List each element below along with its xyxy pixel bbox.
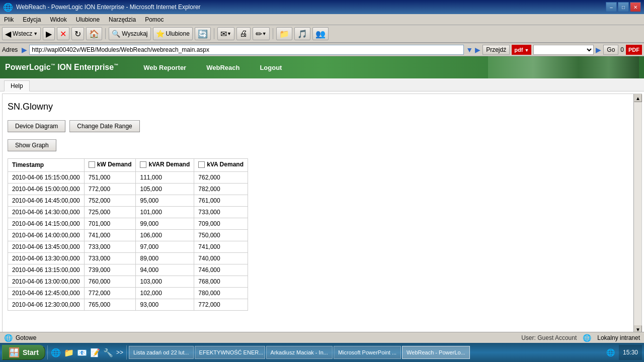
minimize-button[interactable]: – <box>606 2 617 12</box>
kvar-checkbox[interactable] <box>140 161 146 168</box>
media-button[interactable]: 🎵 <box>294 27 310 40</box>
mail-button[interactable]: ✉ ▼ <box>217 27 234 40</box>
refresh2-button[interactable]: 🔄 <box>195 27 211 40</box>
table-row: 2010-04-06 13:00:00,000760,000103,000768… <box>8 276 248 287</box>
forward-button[interactable]: ▶ <box>43 27 55 40</box>
stop-button[interactable]: ✕ <box>57 27 69 40</box>
pdf-page-button[interactable]: PDF <box>626 45 642 55</box>
table-cell: 725,000 <box>84 206 136 218</box>
edit-icon: ✏ <box>256 29 262 39</box>
header-image-area <box>488 56 639 78</box>
table-cell: 101,000 <box>136 206 194 218</box>
address-input[interactable] <box>29 45 464 55</box>
right-scrollbar[interactable]: ▲ ▼ <box>633 94 641 333</box>
pdf-dropdown-button[interactable]: pdf ▼ <box>512 45 531 55</box>
show-graph-button[interactable]: Show Graph <box>8 139 56 151</box>
table-cell: 93,000 <box>136 299 194 310</box>
title-bar-left: 🌐 WebReach - PowerLogic ION Enterprise -… <box>3 3 201 12</box>
kw-checkbox[interactable] <box>89 161 95 168</box>
print-button[interactable]: 🖨 <box>236 27 251 40</box>
table-cell: 2010-04-06 12:45:00,000 <box>8 287 85 299</box>
user-info: User: Guest Account <box>521 334 577 336</box>
ie-app-icon: 🌐 <box>3 3 13 12</box>
title-bar-controls: – □ ✕ <box>606 2 641 12</box>
intranet-text: Lokalny intranet <box>597 334 640 336</box>
table-cell: 97,000 <box>136 241 194 252</box>
toolbar-separator-1 <box>105 28 106 39</box>
maximize-button[interactable]: □ <box>618 2 629 12</box>
table-cell: 740,000 <box>194 252 248 264</box>
address-dropdown-arrow[interactable]: ▼ <box>466 46 473 54</box>
device-diagram-button[interactable]: Device Diagram <box>8 120 65 132</box>
refresh-icon: ↻ <box>74 29 81 39</box>
edit-button[interactable]: ✏ ▼ <box>253 27 270 40</box>
menu-help[interactable]: Pomoc <box>143 16 166 24</box>
folder-button[interactable]: 📁 <box>276 27 292 40</box>
table-cell: 103,000 <box>136 276 194 287</box>
tab-bar: Help <box>0 78 644 92</box>
menu-favorites[interactable]: Ulubione <box>74 16 102 24</box>
folder-icon: 📁 <box>279 29 289 39</box>
refresh-button[interactable]: ↻ <box>71 27 84 40</box>
back-button[interactable]: ◀ Wstecz ▼ <box>2 27 41 40</box>
star-icon: ⭐ <box>156 30 165 38</box>
webreach-button[interactable]: WebReach <box>196 56 250 78</box>
pdf-select[interactable] <box>533 45 594 55</box>
menu-tools[interactable]: Narzędzia <box>107 16 138 24</box>
search-icon: 🔍 <box>112 30 120 38</box>
table-row: 2010-04-06 14:30:00,000725,000101,000733… <box>8 206 248 218</box>
table-row: 2010-04-06 15:00:00,000772,000105,000782… <box>8 183 248 195</box>
table-cell: 772,000 <box>194 299 248 310</box>
menu-file[interactable]: Plik <box>2 16 16 24</box>
table-cell: 2010-04-06 13:30:00,000 <box>8 252 85 264</box>
table-cell: 780,000 <box>194 287 248 299</box>
table-cell: 772,000 <box>84 183 136 195</box>
pdf-page-count: 0 <box>620 46 624 53</box>
table-cell: 95,000 <box>136 195 194 206</box>
table-cell: 2010-04-06 14:30:00,000 <box>8 206 85 218</box>
action-buttons-row: Device Diagram Change Date Range <box>8 120 626 132</box>
menu-view[interactable]: Widok <box>48 16 68 24</box>
table-cell: 2010-04-06 14:15:00,000 <box>8 218 85 229</box>
data-table: Timestamp kW Demand kVAR Demand <box>8 158 248 311</box>
table-cell: 99,000 <box>136 218 194 229</box>
scroll-up-arrow[interactable]: ▲ <box>634 94 642 102</box>
table-row: 2010-04-06 14:15:00,000701,00099,000709,… <box>8 218 248 229</box>
app-header: PowerLogic™ ION Enterprise™ Web Reporter… <box>0 56 644 78</box>
table-cell: 750,000 <box>194 229 248 241</box>
intranet-icon: 🌐 <box>583 334 591 336</box>
dropdown-icon: ▼ <box>33 31 38 36</box>
close-button[interactable]: ✕ <box>630 2 641 12</box>
pdf-go-arrow: ▶ <box>596 46 601 54</box>
status-bar: 🌐 Gotowe User: Guest Account 🌐 Lokalny i… <box>0 332 644 336</box>
toolbar-separator-2 <box>214 28 214 39</box>
table-cell: 2010-04-06 12:30:00,000 <box>8 299 85 310</box>
pdf-go-button[interactable]: Go <box>603 45 618 55</box>
scroll-track[interactable] <box>634 102 641 325</box>
col-header-kvar: kVAR Demand <box>136 159 194 172</box>
table-cell: 762,000 <box>194 171 248 183</box>
table-cell: 94,000 <box>136 264 194 276</box>
table-cell: 111,000 <box>136 171 194 183</box>
status-left: 🌐 Gotowe <box>4 334 36 336</box>
address-label: Adres <box>2 46 20 53</box>
search-button[interactable]: 🔍 Wyszukaj <box>109 27 150 40</box>
logout-button[interactable]: Logout <box>250 56 292 78</box>
change-date-range-button[interactable]: Change Date Range <box>69 120 139 132</box>
title-bar: 🌐 WebReach - PowerLogic ION Enterprise -… <box>0 0 644 14</box>
favorites-button[interactable]: ⭐ Ulubione <box>153 27 193 40</box>
window-title: WebReach - PowerLogic ION Enterprise - M… <box>16 4 201 11</box>
web-reporter-button[interactable]: Web Reporter <box>133 56 196 78</box>
table-header-row: Timestamp kW Demand kVAR Demand <box>8 159 248 172</box>
table-cell: 701,000 <box>84 218 136 229</box>
dropdown-icon2: ▼ <box>227 31 231 36</box>
users-button[interactable]: 👥 <box>312 27 329 40</box>
menu-edit[interactable]: Edycja <box>21 16 43 24</box>
table-cell: 751,000 <box>84 171 136 183</box>
home-button[interactable]: 🏠 <box>86 27 102 40</box>
go-button[interactable]: Przejdź <box>482 45 510 55</box>
tab-help[interactable]: Help <box>4 80 30 92</box>
status-icon: 🌐 <box>4 334 13 336</box>
table-cell: 772,000 <box>84 287 136 299</box>
kva-checkbox[interactable] <box>198 161 205 168</box>
